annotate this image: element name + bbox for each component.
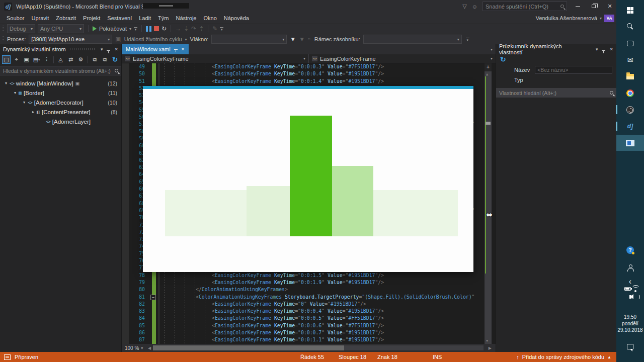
name-input[interactable]: <Bez názvu>: [535, 66, 612, 74]
taskbar-task-view-button[interactable]: [616, 35, 644, 51]
select-element-icon[interactable]: ⌖: [12, 55, 21, 64]
code-line-85[interactable]: 85<EasingColorKeyFrame KeyTime="0:0:0.6"…: [122, 322, 496, 329]
code-line-50[interactable]: 50<EasingColorKeyFrame KeyTime="0:0:0.4"…: [122, 70, 496, 77]
code-line-78[interactable]: 78<EasingColorKeyFrame KeyTime="0:0:1.5"…: [122, 272, 496, 279]
taskbar-file-explorer-button[interactable]: [616, 68, 644, 84]
taskbar-mail-button[interactable]: ✉: [616, 52, 644, 68]
tree-expander-icon[interactable]: ▾: [12, 90, 18, 95]
pause-button[interactable]: [146, 26, 151, 32]
menu-item-2[interactable]: Zobrazit: [52, 14, 79, 22]
quick-launch-input[interactable]: Snadné spuštění (Ctrl+Q): [482, 2, 567, 11]
code-line-83[interactable]: 83<EasingColorKeyFrame KeyTime="0:0:0.4"…: [122, 308, 496, 315]
scroll-up-icon[interactable]: ▲: [486, 72, 488, 76]
lifecycle-caret-icon[interactable]: ▾: [185, 37, 187, 42]
zoom-control[interactable]: 100 % ▾: [122, 345, 146, 351]
menu-item-7[interactable]: Nástroje: [173, 14, 200, 22]
user-name[interactable]: Vendulka Ašenbrenerová: [536, 15, 597, 21]
code-line-81[interactable]: 81−<ColorAnimationUsingKeyFrames Storybo…: [122, 294, 496, 301]
scroll-right-icon[interactable]: ▶: [489, 346, 492, 350]
taskbar-screen-share-button[interactable]: [616, 135, 644, 151]
tree-expander-icon[interactable]: ▾: [21, 100, 27, 105]
property-search-input[interactable]: Vlastnosti hledání (Alt+;): [496, 88, 616, 98]
tray-battery-wifi-button[interactable]: [616, 286, 644, 292]
menu-item-8[interactable]: Okno: [200, 14, 220, 22]
left-panel-grip[interactable]: [70, 48, 96, 50]
suspend-threads-icon[interactable]: ≈: [308, 36, 311, 43]
select-window-icon[interactable]: ▢: [2, 55, 11, 64]
stack-frame-dropdown[interactable]: ▾: [363, 35, 462, 44]
scroll-down-icon[interactable]: ▼: [486, 339, 488, 343]
platform-dropdown[interactable]: Any CPU▾: [38, 24, 84, 33]
step-over-icon[interactable]: ↷: [191, 25, 196, 32]
horizontal-scrollbar[interactable]: [153, 345, 484, 350]
preview-selection-icon[interactable]: ◬: [56, 55, 65, 64]
breadcrumb-left-dropdown[interactable]: <> EasingColorKeyFrame ▾: [122, 54, 309, 63]
menu-item-3[interactable]: Projekt: [79, 14, 104, 22]
add-to-source-control-button[interactable]: ↑ Přidat do správy zdrojového kódu ▲: [516, 354, 611, 360]
menu-item-4[interactable]: Sestavení: [104, 14, 135, 22]
display-layout-icon[interactable]: ▣: [22, 55, 31, 64]
tray-people-button[interactable]: [616, 264, 644, 271]
menu-item-9[interactable]: Nápověda: [220, 14, 253, 22]
step-out-icon[interactable]: ⇡: [199, 25, 204, 32]
scrollbar-split-handle[interactable]: +: [485, 63, 492, 71]
continue-label[interactable]: Pokračovat: [99, 26, 127, 32]
vertical-scrollbar-thumb[interactable]: [486, 122, 491, 125]
code-line-84[interactable]: 84<EasingColorKeyFrame KeyTime="0:0:0.5"…: [122, 315, 496, 322]
tree-expander-icon[interactable]: ▸: [30, 110, 36, 114]
code-line-79[interactable]: 79<EasingColorKeyFrame KeyTime="0:0:1.9"…: [122, 279, 496, 286]
procbar-overflow-icon[interactable]: ▾: [466, 38, 469, 41]
tree-node-0[interactable]: ▾<>window [MainWindow]▣(12): [0, 78, 121, 88]
thread-dropdown[interactable]: ▾: [211, 35, 287, 44]
stop-button[interactable]: [154, 26, 159, 31]
user-menu-caret-icon[interactable]: ▾: [600, 16, 602, 21]
taskbar-obs-button[interactable]: [616, 102, 644, 118]
tray-action-center-button[interactable]: [616, 344, 644, 349]
tray-hidden-icons-chevron-button[interactable]: ‹: [616, 277, 644, 286]
tab-pin-icon[interactable]: [174, 49, 178, 50]
close-button[interactable]: ✕: [604, 2, 615, 11]
breadcrumb-right-dropdown[interactable]: <> EasingColorKeyFrame ▾: [309, 54, 496, 63]
refresh-properties-icon[interactable]: ↻: [500, 55, 506, 63]
left-panel-pin-icon[interactable]: [106, 47, 111, 52]
taskbar-blend-button[interactable]: d]: [616, 118, 644, 134]
continue-icon[interactable]: [93, 26, 97, 31]
tab-mainwindow-xaml[interactable]: MainWindow.xaml ✕: [122, 44, 189, 54]
filter-threads-icon[interactable]: ▼: [290, 36, 296, 43]
menu-item-0[interactable]: Soubor: [3, 14, 28, 22]
right-panel-menu-icon[interactable]: ▾: [595, 47, 599, 52]
restart-button[interactable]: ↻: [162, 25, 167, 32]
wpf-app-window[interactable]: [143, 86, 473, 272]
taskbar-windows-start-button[interactable]: [616, 2, 644, 18]
settings-wrench-icon[interactable]: ⚙: [76, 55, 85, 64]
code-line-82[interactable]: 82<EasingColorKeyFrame KeyTime="0" Value…: [122, 301, 496, 308]
right-panel-close-icon[interactable]: ✕: [608, 47, 614, 52]
application-insights-icon[interactable]: ✎: [212, 25, 217, 32]
tree-search-input[interactable]: Hledat v dynamickém vizuálním stromu (Al…: [0, 66, 121, 75]
left-panel-close-icon[interactable]: ✕: [113, 47, 119, 52]
taskbar-chrome-button[interactable]: [616, 85, 644, 101]
code-line-51[interactable]: 51<EasingColorKeyFrame KeyTime="0:0:1.4"…: [122, 78, 496, 85]
minimize-button[interactable]: [572, 2, 583, 11]
horizontal-scrollbar-thumb[interactable]: [153, 345, 344, 350]
menu-item-6[interactable]: Tým: [154, 14, 172, 22]
user-avatar[interactable]: VA: [604, 15, 614, 22]
debug-adorner-handle[interactable]: [143, 3, 189, 9]
left-panel-menu-icon[interactable]: ▾: [100, 47, 104, 52]
menu-item-5[interactable]: Ladit: [135, 14, 154, 22]
code-line-49[interactable]: 49<EasingColorKeyFrame KeyTime="0:0:0.3"…: [122, 63, 496, 70]
taskbar-search-button[interactable]: [616, 19, 644, 35]
tab-list-caret-icon[interactable]: ▾: [491, 47, 493, 52]
show-next-statement-icon[interactable]: →: [175, 25, 181, 32]
right-panel-pin-icon[interactable]: [601, 47, 606, 52]
send-a-smile-icon[interactable]: ☺: [472, 4, 477, 10]
scroll-left-icon[interactable]: ◀: [148, 346, 151, 350]
code-line-80[interactable]: 80</ColorAnimationUsingKeyFrames>: [122, 286, 496, 293]
process-dropdown[interactable]: [3908] WpfApp10.exe▾: [29, 35, 112, 44]
expand-tree-icon[interactable]: ⫶: [42, 55, 51, 64]
code-line-87[interactable]: 87<EasingColorKeyFrame KeyTime="0:0:1.1"…: [122, 336, 496, 343]
tree-node-3[interactable]: ▸◧[ContentPresenter](8): [0, 107, 121, 117]
refresh-icon[interactable]: ↻: [111, 55, 119, 64]
continue-dropdown-icon[interactable]: ▾: [129, 27, 131, 31]
tree-node-1[interactable]: ▾▦[Border](11): [0, 88, 121, 98]
